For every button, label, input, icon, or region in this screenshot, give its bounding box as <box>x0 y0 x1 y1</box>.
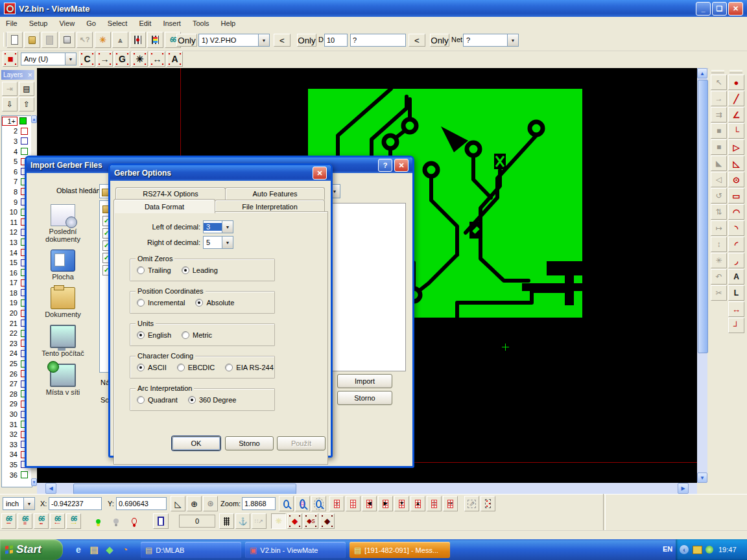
dialog-close-button[interactable]: ✕ <box>394 159 409 172</box>
prev-dcode-button[interactable]: < <box>409 34 425 47</box>
radio-option[interactable]: Quadrant <box>137 396 178 404</box>
toolbar-grip[interactable] <box>729 70 742 73</box>
task-explorer[interactable]: ▤ D:\MLAB <box>141 542 241 558</box>
scroll-left-icon[interactable]: ◀ <box>45 483 56 494</box>
select-gerber-button[interactable]: G <box>114 51 130 67</box>
square-small-button[interactable]: ■ <box>711 123 727 139</box>
import-cancel-button[interactable]: Storno <box>337 391 392 405</box>
probe-target-button[interactable] <box>203 496 218 511</box>
chevron-down-icon[interactable]: ▼ <box>222 221 233 233</box>
radio-option[interactable]: Leading <box>182 266 218 274</box>
chevron-down-icon[interactable]: ▼ <box>222 237 233 248</box>
draw-rect-button[interactable]: ▭ <box>728 188 744 204</box>
scroll-up-icon[interactable]: ▲ <box>31 115 37 123</box>
pad-solid-button[interactable] <box>287 513 302 529</box>
radio-option[interactable]: Trailing <box>137 266 171 274</box>
cut-button[interactable]: ✂ <box>711 285 727 301</box>
print-button[interactable] <box>59 32 75 48</box>
layer-color-swatch[interactable] <box>21 128 28 135</box>
select-any-button[interactable]: ▦ <box>3 51 18 67</box>
select-pointer-button[interactable]: ↖ <box>711 75 727 90</box>
quick-ie-button[interactable]: e <box>73 544 84 555</box>
tab-file-interpretation[interactable]: File Interpretation <box>215 200 325 213</box>
layer-films-button[interactable]: ▤ <box>19 82 34 96</box>
layer-row[interactable]: 3 <box>2 136 32 146</box>
layer-row[interactable]: 2 <box>2 126 32 137</box>
options-close-button[interactable]: ✕ <box>313 167 327 180</box>
film-grid-button[interactable] <box>346 496 361 511</box>
select-pair-button[interactable]: ↔ <box>149 51 165 67</box>
layer-insert-button[interactable]: ⇥ <box>2 82 18 96</box>
only-net-button[interactable]: Only <box>430 34 449 47</box>
draw-corner-button[interactable]: └ <box>728 123 744 139</box>
radio-option[interactable]: EBCDIC <box>177 364 215 371</box>
scroll-down-icon[interactable]: ▼ <box>31 478 37 486</box>
layers-close-icon[interactable]: ✕ <box>27 72 32 78</box>
messenger-tray-icon[interactable] <box>693 546 702 554</box>
pad-scratch-button[interactable] <box>303 513 318 529</box>
menu-help[interactable]: Help <box>215 18 242 29</box>
tab-auto-features[interactable]: Auto Features <box>225 187 325 200</box>
pan-down-button[interactable] <box>394 496 409 511</box>
restore-button[interactable]: ❏ <box>712 2 727 16</box>
lamp-off-button[interactable] <box>109 513 123 529</box>
radio-option[interactable]: English <box>137 331 171 339</box>
view-marks-button[interactable] <box>66 513 81 529</box>
horizontal-scrollbar[interactable]: ◀ ▶ <box>37 483 697 494</box>
square-large-button[interactable]: ■ <box>711 139 727 155</box>
wedge-button[interactable]: ◁ <box>711 172 727 187</box>
measure-diagonal-button[interactable] <box>464 496 479 511</box>
options-dialog-titlebar[interactable]: Gerber Options ✕ <box>110 165 331 181</box>
undo-button[interactable]: ↶ <box>711 269 727 285</box>
pan-right-button[interactable] <box>378 496 393 511</box>
grid-step-field[interactable]: 0 <box>179 515 215 528</box>
draw-triangle-button[interactable]: ◺ <box>728 156 744 171</box>
place-recent-documents[interactable]: Poslední dokumenty <box>32 204 94 243</box>
task-messenger[interactable]: ▤ [191-482-091] - Mess... <box>350 542 450 558</box>
radio-option[interactable]: Incremental <box>137 299 185 307</box>
dcode-query-input[interactable]: ? <box>350 34 406 47</box>
quick-folder-button[interactable]: ▤ <box>88 544 100 555</box>
icq-tray-icon[interactable] <box>706 546 713 554</box>
place-network[interactable]: Místa v síti <box>32 364 94 396</box>
film-select-button[interactable] <box>427 496 442 511</box>
vertical-scrollbar[interactable]: ▲ ▼ <box>697 68 707 483</box>
pan-up-button[interactable] <box>410 496 425 511</box>
scroll-down-icon[interactable]: ▼ <box>697 472 707 483</box>
nudge-button[interactable]: ↕ <box>711 237 727 252</box>
measure-angle-button[interactable] <box>171 496 185 511</box>
x-coordinate-field[interactable]: -0.942237 <box>49 497 102 510</box>
language-indicator[interactable]: EN <box>663 545 672 553</box>
tab-data-format[interactable]: Data Format <box>113 199 215 213</box>
task-viewmate[interactable]: ▣ V2.bin - ViewMate <box>245 542 346 558</box>
pad-flash-button[interactable] <box>271 513 286 529</box>
anchor-button[interactable] <box>235 513 250 529</box>
tray-collapse-icon[interactable]: ‹ <box>680 545 689 554</box>
minimize-button[interactable]: _ <box>696 2 711 16</box>
menu-setup[interactable]: Setup <box>23 18 54 29</box>
pad-dark-button[interactable] <box>320 513 335 529</box>
draw-label-button[interactable]: L <box>728 285 744 301</box>
draw-dimension-button[interactable]: ↔ <box>728 301 744 317</box>
move-pad-button[interactable]: ↦ <box>711 220 727 236</box>
layer-row[interactable]: 1+ <box>2 116 32 126</box>
select-flash-button[interactable]: ✳ <box>132 51 148 67</box>
layer-down-button[interactable]: ⇩ <box>2 97 18 111</box>
draw-arc-se-button[interactable]: ◞ <box>728 253 744 268</box>
draw-elbow-button[interactable]: ┘ <box>728 318 744 333</box>
radio-option[interactable]: 360 Degree <box>188 396 237 404</box>
dcode-input[interactable]: 10 <box>324 34 348 47</box>
film-colors-button[interactable] <box>147 32 163 48</box>
select-mode-combo[interactable]: Any (U) ▼ <box>21 52 77 65</box>
chevron-down-icon[interactable]: ▼ <box>507 34 518 46</box>
dot-matrix-button[interactable] <box>219 513 234 529</box>
zoom-in-button[interactable] <box>279 496 294 511</box>
select-region-button[interactable] <box>480 496 495 511</box>
left-of-decimal-select[interactable]: 3 ▼ <box>203 220 233 233</box>
chevron-down-icon[interactable]: ▼ <box>23 498 34 509</box>
prev-layer-button[interactable]: < <box>274 34 290 47</box>
horizontal-scroll-thumb[interactable] <box>73 484 296 495</box>
right-of-decimal-select[interactable]: 5 ▼ <box>203 236 233 249</box>
target-crosshair-button[interactable] <box>187 496 202 511</box>
open-file-button[interactable] <box>24 32 40 48</box>
